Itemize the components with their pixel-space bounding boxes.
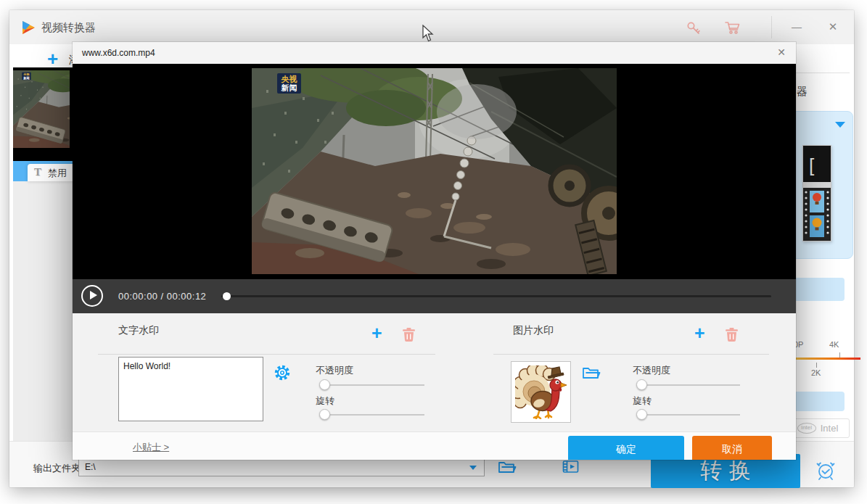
browse-image-folder-icon[interactable] <box>582 364 601 381</box>
player-bar: 00:00:00/00:00:12 <box>73 279 796 313</box>
slider-thumb[interactable] <box>636 409 647 420</box>
dialog-footer: 小贴士 > 确定 取消 <box>73 431 796 460</box>
svg-text:新闻: 新闻 <box>281 83 297 92</box>
watermark-text-input[interactable]: Hello World! <box>118 357 263 421</box>
resolution-right-label: 4K <box>829 340 839 349</box>
add-text-watermark-button[interactable]: + <box>371 323 382 344</box>
intel-logo-icon: intel <box>797 423 816 434</box>
purchase-cart-icon[interactable] <box>724 20 741 37</box>
slider-thumb[interactable] <box>319 409 330 420</box>
text-settings-gear-icon[interactable] <box>274 364 291 381</box>
time-total: 00:00:12 <box>167 291 207 302</box>
dropdown-caret-icon[interactable] <box>469 466 477 470</box>
seek-track[interactable] <box>221 295 771 297</box>
text-opacity-slider[interactable] <box>319 379 424 391</box>
time-current: 00:00:00 <box>118 291 158 302</box>
watermark-dialog: www.x6d.com.mp4 ✕ <box>73 42 796 460</box>
text-rotate-label: 旋转 <box>316 394 334 408</box>
slider-thumb[interactable] <box>636 379 647 390</box>
text-watermark-divider <box>98 354 435 355</box>
format-preview-box: [ <box>802 145 831 241</box>
titlebar-separator <box>771 16 772 38</box>
screen: 视频转换器 — ✕ + <box>0 0 867 504</box>
dialog-close-icon[interactable]: ✕ <box>774 46 789 58</box>
format-dropdown-caret-icon[interactable] <box>835 122 845 128</box>
delete-text-watermark-icon[interactable] <box>403 328 415 342</box>
image-rotate-slider[interactable] <box>636 409 740 421</box>
turkey-image <box>515 365 567 419</box>
cctv-news-badge: 央视 新闻 <box>277 73 301 94</box>
right-panel-header-fragment: 器 <box>797 85 808 99</box>
slider-track[interactable] <box>319 384 424 386</box>
image-opacity-slider[interactable] <box>636 379 740 391</box>
resolution-tick-2k <box>816 363 817 368</box>
alarm-clock-icon[interactable] <box>815 460 837 482</box>
delete-image-watermark-icon[interactable] <box>726 328 738 342</box>
slider-track[interactable] <box>319 414 424 416</box>
resolution-bottom-label: 2K <box>811 368 821 377</box>
right-panel-button-lower[interactable] <box>794 392 845 411</box>
dialog-titlebar: www.x6d.com.mp4 ✕ <box>73 42 796 64</box>
intel-label: Intel <box>821 423 839 434</box>
tips-link[interactable]: 小贴士 > <box>133 441 169 454</box>
slider-track[interactable] <box>636 414 740 416</box>
seek-thumb[interactable] <box>223 292 231 300</box>
resolution-slider[interactable] <box>787 358 860 360</box>
output-folder-select[interactable]: E:\ <box>78 458 485 476</box>
window-title: 视频转换器 <box>41 21 96 35</box>
close-window-button[interactable]: ✕ <box>821 18 845 36</box>
resolution-tick-4k <box>839 352 840 358</box>
seek-slider[interactable] <box>221 292 771 299</box>
watermark-image-preview[interactable] <box>511 361 571 423</box>
video-thumbnail-image <box>13 70 70 148</box>
time-display: 00:00:00/00:00:12 <box>118 291 209 302</box>
text-rotate-slider[interactable] <box>319 409 424 421</box>
slider-thumb[interactable] <box>319 379 330 390</box>
cancel-button[interactable]: 取消 <box>692 436 772 460</box>
text-tool-icon: T <box>34 166 41 178</box>
browse-folder-icon[interactable] <box>498 458 517 476</box>
text-watermark-header: 文字水印 <box>118 324 159 337</box>
watermark-tab-strip: T 禁用 <box>13 161 82 181</box>
minimize-button[interactable]: — <box>784 18 809 36</box>
mouse-cursor <box>422 25 434 42</box>
right-panel-button-upper[interactable] <box>794 278 845 301</box>
play-button[interactable] <box>81 285 103 307</box>
disable-tab-label: 禁用 <box>48 167 67 180</box>
register-key-icon[interactable] <box>686 20 702 36</box>
play-icon <box>90 291 97 299</box>
add-image-watermark-button[interactable]: + <box>694 323 705 344</box>
svg-text:[: [ <box>809 154 815 176</box>
output-folder-label: 输出文件夹: <box>33 462 83 475</box>
video-preview-frame: 央视 新闻 <box>252 68 617 274</box>
app-logo-icon <box>20 20 36 36</box>
output-folder-value: E:\ <box>85 462 96 472</box>
svg-text:央视: 央视 <box>281 75 297 83</box>
ok-button[interactable]: 确定 <box>568 436 684 460</box>
video-preview-stage: 央视 新闻 <box>73 64 796 279</box>
watermark-settings-panel: 文字水印 + Hello World! 不透明度 旋转 <box>73 313 796 431</box>
dialog-title: www.x6d.com.mp4 <box>82 48 155 58</box>
image-watermark-divider <box>493 354 769 355</box>
image-opacity-label: 不透明度 <box>633 364 670 377</box>
video-thumbnail[interactable] <box>13 67 82 161</box>
slider-track[interactable] <box>636 384 740 386</box>
right-panel-divider <box>796 73 850 73</box>
time-separator: / <box>161 291 164 302</box>
clapperboard-icon[interactable] <box>562 459 580 475</box>
image-rotate-label: 旋转 <box>633 394 652 408</box>
text-opacity-label: 不透明度 <box>316 364 353 377</box>
format-preview-image: [ <box>803 146 831 241</box>
image-watermark-header: 图片水印 <box>513 324 554 337</box>
